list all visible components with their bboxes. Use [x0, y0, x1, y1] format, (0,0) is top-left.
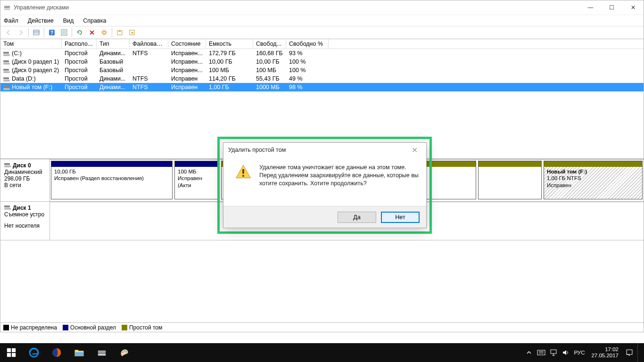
action-a-button[interactable] — [114, 27, 125, 38]
cell-layout: Простой — [62, 49, 97, 57]
partition-strip — [51, 161, 172, 167]
maximize-button[interactable]: ☐ — [601, 0, 622, 15]
help-button[interactable]: ? — [46, 27, 58, 38]
col-pct[interactable]: Свободно % — [286, 39, 329, 49]
start-button[interactable] — [0, 343, 23, 362]
cell-type: Динами... — [97, 49, 130, 57]
svg-rect-19 — [12, 348, 16, 352]
partition-status: Исправен (Акти — [178, 175, 216, 189]
col-type[interactable]: Тип — [97, 39, 130, 49]
show-desktop-button[interactable] — [637, 343, 641, 362]
firefox-icon — [51, 347, 62, 358]
svg-rect-24 — [75, 352, 83, 356]
tray-volume-icon[interactable] — [561, 348, 570, 357]
disk-1-type: Съемное устро — [4, 211, 47, 218]
windows-logo-icon — [6, 347, 17, 358]
tray-clock[interactable]: 17:02 27.05.2017 — [588, 346, 621, 359]
diskmgmt-icon — [97, 347, 107, 358]
disk-0-name: Диск 0 — [13, 162, 31, 169]
disk-0-label[interactable]: Диск 0 Динамический 298,09 ГБ В сети — [0, 159, 50, 201]
cell-type: Базовый — [97, 66, 130, 74]
nav-back-button — [3, 27, 14, 38]
cell-fs: NTFS — [130, 83, 168, 91]
disk-1-label[interactable]: Диск 1 Съемное устро Нет носителя — [0, 202, 50, 240]
partition-strip — [175, 161, 219, 167]
svg-rect-1 — [4, 8, 10, 10]
table-row[interactable]: Новый том (F:)ПростойДинами...NTFSИсправ… — [0, 83, 644, 91]
tray-keyboard-icon[interactable] — [537, 348, 545, 357]
tray-network-icon[interactable] — [549, 348, 558, 357]
menu-file[interactable]: Файл — [3, 16, 19, 25]
arrow-right-icon — [17, 29, 24, 36]
tray-notifications-icon[interactable] — [625, 348, 634, 357]
refresh-icon — [76, 29, 83, 36]
legend-unallocated: Не распределена — [3, 324, 57, 331]
refresh-button[interactable] — [74, 27, 85, 38]
partition-status: Исправен — [547, 182, 639, 189]
disk-mgmt-icon — [4, 4, 10, 11]
col-fs[interactable]: Файловая с... — [130, 39, 168, 49]
col-free[interactable]: Свобод... — [253, 39, 286, 49]
partition-system[interactable]: 100 МБ Исправен (Акти — [174, 161, 219, 199]
disk-1-name: Диск 1 — [13, 205, 31, 211]
cell-fs: NTFS — [130, 75, 168, 82]
dialog-body: Удаление тома уничтожает все данные на э… — [223, 157, 426, 206]
cell-volume: (Диск 0 раздел 1) — [0, 58, 62, 66]
properties-button[interactable] — [58, 27, 70, 38]
gear-icon — [101, 29, 107, 36]
tray-chevron-up-icon[interactable] — [525, 348, 533, 357]
minimize-button[interactable]: — — [580, 0, 601, 15]
yes-button[interactable]: Да — [338, 212, 376, 223]
toolbar-separator — [72, 28, 72, 37]
col-status[interactable]: Состояние — [168, 39, 206, 49]
taskbar-edge[interactable] — [23, 343, 45, 362]
disk-icon — [4, 206, 11, 210]
volume-icon — [3, 51, 10, 56]
delete-icon — [89, 29, 95, 36]
taskbar-explorer[interactable] — [68, 343, 91, 362]
taskbar-firefox[interactable] — [45, 343, 68, 362]
titlebar[interactable]: Управление дисками — ☐ ✕ — [0, 0, 644, 15]
menu-view[interactable]: Вид — [63, 16, 74, 25]
svg-point-29 — [125, 351, 126, 352]
dialog-buttons: Да Нет — [223, 206, 426, 228]
cell-pct: 100 % — [286, 66, 329, 74]
arrow-left-icon — [5, 29, 12, 36]
no-button[interactable]: Нет — [381, 212, 420, 223]
cell-pct: 93 % — [286, 49, 329, 57]
table-row[interactable]: Data (D:)ПростойДинами...NTFSИсправен114… — [0, 74, 644, 83]
partition-name: Новый том (F:) — [547, 168, 639, 175]
col-capacity[interactable]: Емкость — [206, 39, 253, 49]
cell-type: Базовый — [97, 58, 130, 66]
partition-new-volume-f[interactable]: Новый том (F:) 1,00 ГБ NTFS Исправен — [544, 161, 643, 199]
dialog-close-button[interactable]: ✕ — [408, 146, 421, 155]
view-list-button[interactable] — [31, 27, 42, 38]
toolbar: ? ★ — [0, 26, 644, 39]
disk-0-type: Динамический — [4, 169, 47, 175]
delete-button[interactable] — [86, 27, 98, 38]
swatch-blue — [63, 325, 68, 330]
cell-type: Динами... — [97, 75, 130, 82]
col-volume[interactable]: Том — [0, 39, 62, 49]
action-b-button[interactable]: ★ — [126, 27, 138, 38]
taskbar-paint[interactable] — [113, 343, 136, 362]
cell-layout: Простой — [62, 83, 97, 91]
col-layout[interactable]: Располо... — [62, 39, 97, 49]
table-row[interactable]: (Диск 0 раздел 1)ПростойБазовыйИсправен.… — [0, 58, 644, 66]
taskbar-diskmgmt[interactable] — [91, 343, 113, 362]
partition-hidden-b[interactable] — [478, 161, 542, 199]
close-button[interactable]: ✕ — [622, 0, 644, 15]
table-row[interactable]: (Диск 0 раздел 2)ПростойБазовыйИсправен.… — [0, 66, 644, 74]
tray-language[interactable]: РУС — [574, 350, 585, 355]
table-row[interactable]: (C:)ПростойДинами...NTFSИсправен...172,7… — [0, 49, 644, 58]
svg-rect-17 — [242, 175, 244, 177]
empty-area — [0, 240, 644, 322]
svg-rect-20 — [7, 353, 11, 357]
partition-size: 1,00 ГБ NTFS — [547, 175, 639, 181]
menu-help[interactable]: Справка — [83, 16, 107, 25]
partition-recovery[interactable]: 10,00 ГБ Исправен (Раздел восстановления… — [51, 161, 173, 199]
dialog-titlebar[interactable]: Удалить простой том ✕ — [223, 143, 426, 157]
settings-button[interactable] — [99, 27, 110, 38]
cell-pct: 100 % — [286, 58, 329, 66]
menu-action[interactable]: Действие — [27, 16, 54, 25]
